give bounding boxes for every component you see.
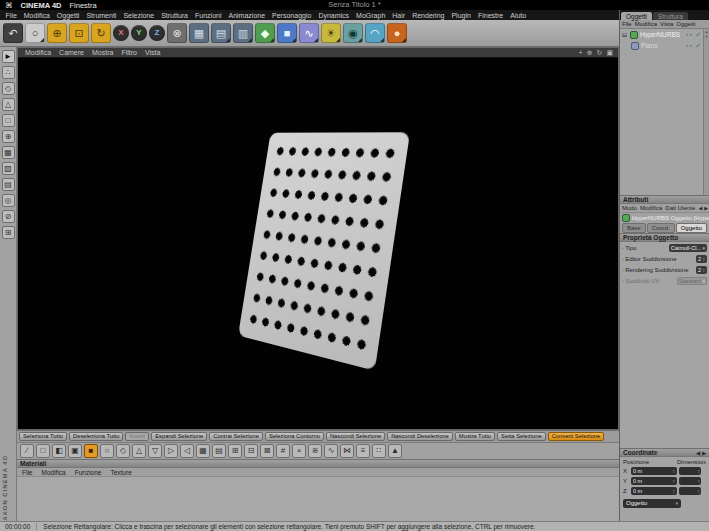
enabled-check-icon[interactable]: ✓ [695,31,701,39]
menu-item[interactable]: Finestre [474,12,506,19]
tab-struttura[interactable]: Struttura [653,12,688,20]
attr-tab-oggetto[interactable]: Oggetto [676,223,707,233]
selection-command-button[interactable]: Seleziona Contorno [265,432,324,441]
modeling-tool-icon[interactable]: ⊞ [228,444,242,458]
object-row-piano[interactable]: Piano ●● ✓ [620,40,709,51]
snap-mode-icon[interactable]: ⊞ [2,226,15,239]
menu-item[interactable]: Plugin [448,12,474,19]
add-hypernurbs-icon[interactable]: ◆ [255,23,275,43]
size-field[interactable]: ↕ [679,467,701,475]
size-field[interactable]: ↕ [679,487,701,495]
materials-area[interactable] [17,477,619,521]
menu-item[interactable]: MoGraph [353,12,389,19]
coordinate-mode-dropdown[interactable]: Oggetto ▾ [623,499,681,508]
add-camera-icon[interactable]: ◉ [343,23,363,43]
texture-axis-mode-icon[interactable]: ▧ [2,162,15,175]
modeling-tool-icon[interactable]: ○ [100,444,114,458]
viewport-menu-item[interactable]: Camere [55,49,88,56]
modeling-tool-icon[interactable]: ▣ [68,444,82,458]
attribute-value-widget[interactable]: Catmull-Cl... [669,244,707,252]
attributes-menu-item[interactable]: Modo [622,205,637,211]
points-mode-icon[interactable]: ∴ [2,66,15,79]
polygons-mode-icon[interactable]: △ [2,98,15,111]
apple-menu-icon[interactable]: ⌘ [5,1,13,10]
rotate-icon[interactable]: ↻ [91,23,111,43]
modeling-tool-icon[interactable]: ▦ [196,444,210,458]
add-spline-icon[interactable]: ∿ [299,23,319,43]
z-axis-lock-icon[interactable]: Z [149,25,165,41]
rotate-view-icon[interactable]: ↻ [597,48,603,58]
menu-item[interactable]: Oggetti [53,12,83,19]
menu-item[interactable]: Selezione [120,12,158,19]
render-view-icon[interactable]: ▦ [189,23,209,43]
selection-command-button[interactable]: Contrai Selezione [209,432,263,441]
modeling-tool-icon[interactable]: ■ [84,444,98,458]
object-manager-menu-item[interactable]: Modifica [635,21,657,27]
history-forward-icon[interactable]: ▶ [704,205,708,211]
coordinate-system-icon[interactable]: ⊗ [167,23,187,43]
modeling-tool-icon[interactable]: ▷ [164,444,178,458]
model-mode-icon[interactable]: □ [2,114,15,127]
menu-item[interactable]: Struttura [158,12,192,19]
texture-mode-icon[interactable]: ▦ [2,146,15,159]
selection-command-button[interactable]: Espandi Selezione [151,432,207,441]
stepper-icon[interactable]: ↕ [673,477,676,485]
expand-toggle-icon[interactable]: ⊟ [622,31,628,38]
modeling-tool-icon[interactable]: ≡ [356,444,370,458]
modeling-tool-icon[interactable]: ▽ [148,444,162,458]
menu-item[interactable]: File [2,12,20,19]
selection-command-button[interactable]: Inverti [125,432,149,441]
object-row-hypernurbs[interactable]: ⊟ HyperNURBS ●● ✓ [620,29,709,40]
viewport[interactable]: ModificaCamereMostraFiltroVista + ⊕ ↻ ▣ [17,47,619,430]
app-menu[interactable]: CINEMA 4D [21,1,62,10]
cursor-tool-icon[interactable]: ► [2,50,15,63]
edges-mode-icon[interactable]: ◇ [2,82,15,95]
attributes-menu-item[interactable]: Dati Utente [665,205,695,211]
modeling-tool-icon[interactable]: # [276,444,290,458]
menu-item[interactable]: Aiuto [507,12,530,19]
lock-mode-icon[interactable]: ⊘ [2,210,15,223]
modeling-tool-icon[interactable]: △ [132,444,146,458]
attribute-value-widget[interactable]: 2 [696,255,707,263]
undo-icon[interactable]: ↶ [3,23,23,43]
modeling-tool-icon[interactable]: ◇ [116,444,130,458]
render-settings-icon[interactable]: ▤ [211,23,231,43]
selection-command-button[interactable]: Seleziona Tutto [19,432,67,441]
live-selection-icon[interactable]: ○ [25,23,45,43]
menu-item[interactable]: Rendering [409,12,448,19]
animation-mode-icon[interactable]: ◎ [2,194,15,207]
add-environment-icon[interactable]: ◠ [365,23,385,43]
viewport-menu-item[interactable]: Modifica [21,49,55,56]
modeling-tool-icon[interactable]: ∷ [372,444,386,458]
materials-menu-item[interactable]: Modifica [41,469,65,476]
add-cube-icon[interactable]: ■ [277,23,297,43]
y-axis-lock-icon[interactable]: Y [131,25,147,41]
selection-command-button[interactable]: Setta Selezione [497,432,546,441]
viewport-menu-item[interactable]: Vista [141,49,164,56]
attributes-menu-item[interactable]: Modifica [640,205,662,211]
menu-item[interactable]: Animazione [225,12,269,19]
modeling-tool-icon[interactable]: ≋ [308,444,322,458]
maximize-view-icon[interactable]: ▣ [606,48,613,58]
object-tree-scrollbar[interactable]: ▲▼ [703,29,709,195]
enabled-check-icon[interactable]: ✓ [695,42,701,50]
scale-icon[interactable]: ⊡ [69,23,89,43]
visibility-dots-icon[interactable]: ●● [686,32,693,37]
menu-item[interactable]: Modifica [20,12,53,19]
attr-tab-base[interactable]: Base [622,223,646,233]
stepper-icon[interactable]: ↕ [673,467,676,475]
menu-item[interactable]: Funzioni [192,12,225,19]
modeling-tool-icon[interactable]: ⊟ [244,444,258,458]
selection-command-button[interactable]: Mostra Tutto [455,432,495,441]
modeling-tool-icon[interactable]: □ [36,444,50,458]
visibility-dots-icon[interactable]: ●● [686,43,693,48]
finestra-menu[interactable]: Finestra [69,1,96,10]
selection-command-button[interactable]: Nascondi Deselezione [387,432,453,441]
selection-command-button[interactable]: Nascondi Selezione [326,432,385,441]
modeling-tool-icon[interactable]: ◧ [52,444,66,458]
attribute-value-widget[interactable]: 2 [696,266,707,274]
viewport-menu-item[interactable]: Mostra [88,49,117,56]
workplane-mode-icon[interactable]: ▤ [2,178,15,191]
coord-next-icon[interactable]: ▶ [702,450,706,456]
tab-oggetti[interactable]: Oggetti [621,12,652,20]
